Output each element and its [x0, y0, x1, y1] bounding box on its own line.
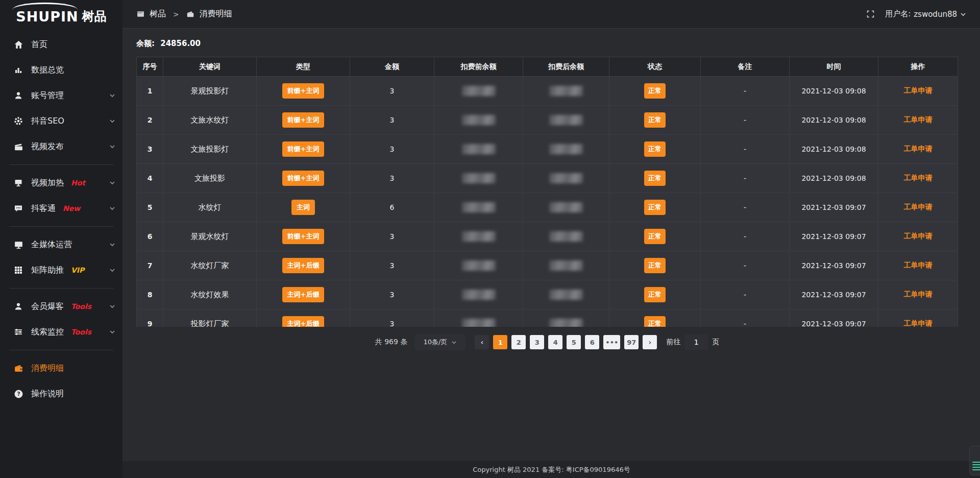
- floating-widget[interactable]: [969, 446, 980, 475]
- type-badge: 主词+后缀: [282, 287, 325, 302]
- cell-time: 2021-12-03 09:08: [790, 77, 878, 106]
- table-row: 9 投影灯厂家 主词+后缀 3 正常 - 2021-12-03 09:07 工单…: [137, 309, 958, 327]
- type-badge: 前缀+主词: [282, 112, 325, 128]
- redacted-balance-after: [549, 144, 583, 154]
- ticket-apply-link[interactable]: 工单申请: [904, 290, 933, 298]
- redacted-balance-after: [549, 115, 583, 125]
- cell-time: 2021-12-03 09:08: [790, 164, 878, 193]
- sidebar-item-video-publish[interactable]: 视频发布: [0, 134, 122, 159]
- sidebar-item-label: 全媒体运营: [31, 240, 72, 250]
- sidebar-item-consumption-detail[interactable]: 消费明细: [0, 355, 122, 381]
- footer-copyright: Copyright 树品 2021 备案号: 粤ICP备09019646号: [122, 461, 980, 478]
- cell-note: -: [701, 222, 790, 251]
- svg-text:?: ?: [17, 391, 20, 397]
- cell-note: -: [701, 135, 790, 164]
- sidebar-item-label: 矩阵助推: [31, 265, 64, 276]
- user-dropdown[interactable]: 用户名: zswodun88: [885, 9, 966, 19]
- page-button-6[interactable]: 6: [585, 335, 599, 349]
- cell-note: -: [701, 106, 790, 135]
- chevron-down-icon: [109, 242, 115, 248]
- cell-amount: 3: [350, 135, 434, 164]
- redacted-balance-after: [549, 231, 583, 242]
- consumption-table: 序号 关键词 类型 金额 扣费前余额 扣费后余额 状态 备注 时间 操作: [136, 57, 958, 327]
- cell-no: 7: [137, 251, 163, 280]
- fullscreen-icon[interactable]: [866, 10, 875, 18]
- page-size-select[interactable]: 10条/页: [414, 334, 465, 350]
- redacted-balance-before: [462, 202, 496, 212]
- next-page-button[interactable]: ›: [643, 335, 657, 349]
- redacted-balance-after: [549, 290, 583, 300]
- page-button-2[interactable]: 2: [511, 335, 526, 349]
- status-badge: 正常: [644, 316, 666, 327]
- sidebar-item-member-burst[interactable]: 会员爆客 Tools: [0, 294, 122, 319]
- col-header-balance-after: 扣费后余额: [523, 57, 609, 77]
- sidebar-item-label: 消费明细: [31, 363, 64, 374]
- chevron-down-icon: [960, 11, 966, 17]
- sidebar-item-label: 视频加热: [31, 178, 64, 188]
- type-badge: 前缀+主词: [282, 141, 325, 157]
- logo: SHUPIN 树品: [0, 0, 122, 29]
- status-badge: 正常: [644, 287, 666, 302]
- sidebar-item-video-heat[interactable]: 视频加热 Hot: [0, 170, 122, 196]
- ticket-apply-link[interactable]: 工单申请: [904, 145, 933, 153]
- col-header-amount: 金额: [350, 57, 434, 77]
- ticket-apply-link[interactable]: 工单申请: [904, 203, 933, 211]
- bar-chart-icon: [13, 65, 23, 75]
- question-icon: ?: [13, 389, 23, 399]
- sidebar-item-home[interactable]: 首页: [0, 32, 122, 57]
- wallet-icon: [186, 10, 194, 18]
- app-window: SHUPIN 树品 首页 数据总览 账号管理: [0, 0, 980, 478]
- sidebar-item-account-mgmt[interactable]: 账号管理: [0, 83, 122, 108]
- col-header-note: 备注: [701, 57, 790, 77]
- cell-time: 2021-12-03 09:07: [790, 251, 878, 280]
- cell-note: -: [701, 251, 790, 280]
- prev-page-button[interactable]: ‹: [475, 335, 489, 349]
- table-header-row: 序号 关键词 类型 金额 扣费前余额 扣费后余额 状态 备注 时间 操作: [137, 57, 958, 77]
- ticket-apply-link[interactable]: 工单申请: [904, 261, 933, 269]
- goto-page-input[interactable]: [684, 334, 708, 350]
- sidebar-item-lead-monitor[interactable]: 线索监控 Tools: [0, 319, 122, 345]
- chevron-down-icon: [109, 303, 115, 309]
- ticket-apply-link[interactable]: 工单申请: [904, 232, 933, 240]
- total-count: 共 969 条: [375, 338, 408, 347]
- cell-time: 2021-12-03 09:07: [790, 280, 878, 309]
- redacted-balance-before: [462, 290, 496, 300]
- page-button-3[interactable]: 3: [530, 335, 544, 349]
- cell-keyword: 景观水纹灯: [163, 222, 257, 251]
- page-button-5[interactable]: 5: [567, 335, 581, 349]
- redacted-balance-after: [549, 319, 583, 327]
- redacted-balance-after: [549, 260, 583, 271]
- sidebar-item-douyin-seo[interactable]: 抖音SEO: [0, 108, 122, 134]
- breadcrumb-root[interactable]: 树品: [150, 9, 166, 19]
- ticket-apply-link[interactable]: 工单申请: [904, 86, 933, 94]
- more-pages-button[interactable]: •••: [603, 335, 620, 349]
- redacted-balance-after: [549, 173, 583, 183]
- ticket-apply-link[interactable]: 工单申请: [904, 319, 933, 327]
- redacted-balance-before: [462, 173, 496, 183]
- col-header-action: 操作: [878, 57, 958, 77]
- redacted-balance-before: [462, 319, 496, 327]
- sidebar-item-instructions[interactable]: ? 操作说明: [0, 381, 122, 407]
- sidebar-divider: [9, 288, 113, 289]
- sidebar-item-data-overview[interactable]: 数据总览: [0, 57, 122, 83]
- page-button-4[interactable]: 4: [548, 335, 562, 349]
- cell-keyword: 水纹灯厂家: [163, 251, 257, 280]
- widget-stripe: [972, 469, 980, 470]
- sidebar-item-all-media[interactable]: 全媒体运营: [0, 232, 122, 257]
- page-button-1[interactable]: 1: [493, 335, 507, 349]
- ticket-apply-link[interactable]: 工单申请: [904, 174, 933, 182]
- redacted-balance-before: [462, 115, 496, 125]
- sidebar-item-doketong[interactable]: 抖客通 New: [0, 196, 122, 221]
- cell-time: 2021-12-03 09:08: [790, 135, 878, 164]
- video-publish-icon: [13, 141, 23, 152]
- sidebar-item-label: 操作说明: [31, 389, 64, 399]
- table-row: 8 水纹灯效果 主词+后缀 3 正常 - 2021-12-03 09:07 工单…: [137, 280, 958, 309]
- hot-tag: Hot: [71, 179, 85, 187]
- ticket-apply-link[interactable]: 工单申请: [904, 115, 933, 124]
- sidebar-item-label: 抖客通: [31, 203, 56, 214]
- type-badge: 前缀+主词: [282, 83, 325, 99]
- cell-time: 2021-12-03 09:08: [790, 106, 878, 135]
- page-button-97[interactable]: 97: [624, 335, 639, 349]
- cell-no: 5: [137, 193, 163, 222]
- sidebar-item-matrix-boost[interactable]: 矩阵助推 VIP: [0, 257, 122, 283]
